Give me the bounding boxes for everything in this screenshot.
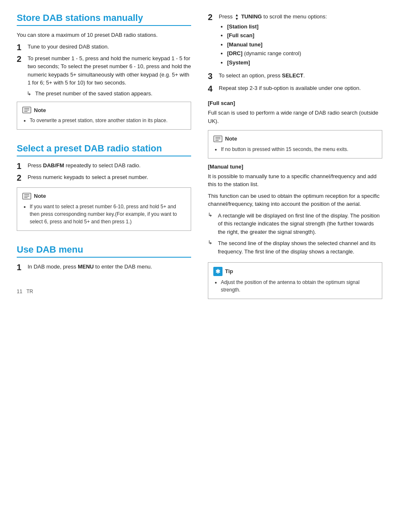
section-store-dab: Store DAB stations manually You can stor… [17,13,191,130]
manual-tune-para1: It is possible to manually tune to a spe… [208,172,382,189]
right-step-4-text: Repeat step 2-3 if sub-option is availab… [219,84,361,92]
section-select-preset: Select a preset DAB radio station 1 Pres… [17,143,191,231]
store-note-box: Note To overwrite a preset station, stor… [17,102,191,130]
section-store-dab-title: Store DAB stations manually [17,13,191,26]
select-note-list: If you want to select a preset number 6-… [22,203,186,225]
store-step-1-num: 1 [17,43,24,52]
right-note-header: Note [213,135,377,143]
menu-bold: MENU [78,263,94,270]
use-dab-step-1-text: In DAB mode, press MENU to enter the DAB… [28,263,152,271]
full-scan-text: Full scan is used to perform a wide rang… [208,109,382,125]
page-lang: TR [26,289,33,294]
tuning-arrows-icon: ▲ ▼ [235,13,239,21]
store-step-2-num: 2 [17,54,24,64]
right-step-2-text: Press ▲ ▼ TUNING to scroll the menu opti… [219,13,327,68]
page-number: 11 [17,289,22,294]
select-preset-steps: 1 Press DAB/FM repeatedly to select DAB … [17,161,191,182]
tip-header: ✱ Tip [213,267,377,276]
select-note-bullet: If you want to select a preset number 6-… [30,203,186,225]
select-bold: SELECT [282,72,303,79]
store-step-2-text: To preset number 1 - 5, press and hold t… [28,54,191,87]
manual-tune-para2: This function can be used to obtain the … [208,192,382,208]
store-note-list: To overwrite a preset station, store ano… [22,117,186,124]
manual-tune-arrow1-text: A rectangle will be displayed on first l… [218,212,382,236]
right-note-box: Note If no button is pressed within 15 s… [208,130,382,159]
subsection-full-scan: [Full scan] Full scan is used to perform… [208,100,382,125]
right-step-3-num: 3 [208,72,215,81]
full-scan-title: [Full scan] [208,100,382,106]
use-dab-steps: 1 In DAB mode, press MENU to enter the D… [17,263,191,272]
right-step-2: 2 Press ▲ ▼ TUNING to scroll the menu op… [208,13,382,68]
store-arrow-text: The preset number of the saved station a… [35,90,152,97]
page-layout: Store DAB stations manually You can stor… [17,13,382,304]
right-step-2-suffix: to scroll the menu options: [263,13,327,20]
note-icon-2 [22,193,31,200]
note-icon [22,107,31,113]
select-step-2: 2 Press numeric keypads to select a pres… [17,173,191,182]
tip-box: ✱ Tip Adjust the position of the antenna… [208,262,382,299]
store-step-2: 2 To preset number 1 - 5, press and hold… [17,54,191,87]
arrow-symbol-2: ↳ [208,212,215,218]
menu-option-system: [System] [227,59,327,67]
select-step-2-text: Press numeric keypads to select a preset… [28,173,148,182]
use-dab-step-1-num: 1 [17,263,24,272]
section-store-dab-intro: You can store a maximum of 10 preset DAB… [17,31,191,39]
store-note-label: Note [34,106,46,115]
tip-icon: ✱ [213,267,223,276]
manual-tune-arrow1: ↳ A rectangle will be displayed on first… [208,212,382,236]
manual-tune-title: [Manual tune] [208,164,382,170]
select-note-box: Note If you want to select a preset numb… [17,187,191,231]
right-step-4-num: 4 [208,84,215,93]
left-column: Store DAB stations manually You can stor… [17,13,191,304]
right-step-3-text: To select an option, press SELECT. [219,72,305,80]
section-use-dab-menu: Use DAB menu 1 In DAB mode, press MENU t… [17,244,191,272]
dab-fm-bold: DAB/FM [43,162,64,169]
manual-tune-arrow2-text: The second line of the display shows the… [218,239,382,256]
right-step-3: 3 To select an option, press SELECT. [208,72,382,81]
store-step-1-text: Tune to your desired DAB station. [28,43,109,51]
note-icon-3 [213,136,223,142]
store-arrow-item: ↳ The preset number of the saved station… [27,90,191,97]
store-dab-steps: 1 Tune to your desired DAB station. 2 To… [17,43,191,87]
menu-options-list: [Station list] [Full scan] [Manual tune]… [219,23,327,67]
select-step-1-num: 1 [17,161,24,171]
right-column: 2 Press ▲ ▼ TUNING to scroll the menu op… [208,13,382,304]
right-note-list: If no button is pressed within 15 second… [213,146,377,153]
section-use-dab-menu-title: Use DAB menu [17,244,191,258]
menu-option-drc: [DRC] (dynamic range control) [227,49,327,58]
tip-list: Adjust the position of the antenna to ob… [213,279,377,294]
section-select-preset-title: Select a preset DAB radio station [17,143,191,156]
manual-tune-arrow2: ↳ The second line of the display shows t… [208,239,382,256]
down-arrow: ▼ [235,17,239,21]
tip-bullet: Adjust the position of the antenna to ob… [221,279,377,294]
arrow-symbol: ↳ [27,90,33,97]
right-note-label: Note [225,135,237,143]
store-step-1: 1 Tune to your desired DAB station. [17,43,191,52]
right-note-bullet: If no button is pressed within 15 second… [221,146,377,153]
right-step-2-num: 2 [208,13,215,22]
arrow-symbol-3: ↳ [208,239,215,246]
right-step-4: 4 Repeat step 2-3 if sub-option is avail… [208,84,382,93]
use-dab-step-1: 1 In DAB mode, press MENU to enter the D… [17,263,191,272]
subsection-manual-tune: [Manual tune] It is possible to manually… [208,164,382,256]
tuning-label: TUNING [241,13,262,20]
page-footer: 11 TR [17,289,191,294]
tip-label: Tip [225,267,233,276]
select-note-label: Note [34,192,46,200]
store-note-bullet: To overwrite a preset station, store ano… [30,117,186,124]
menu-option-full-scan: [Full scan] [227,31,327,40]
menu-option-manual-tune: [Manual tune] [227,41,327,49]
store-note-header: Note [22,106,186,115]
select-step-1: 1 Press DAB/FM repeatedly to select DAB … [17,161,191,171]
menu-option-station-list: [Station list] [227,23,327,31]
select-note-header: Note [22,192,186,200]
select-step-1-text: Press DAB/FM repeatedly to select DAB ra… [28,161,141,170]
select-step-2-num: 2 [17,173,24,182]
